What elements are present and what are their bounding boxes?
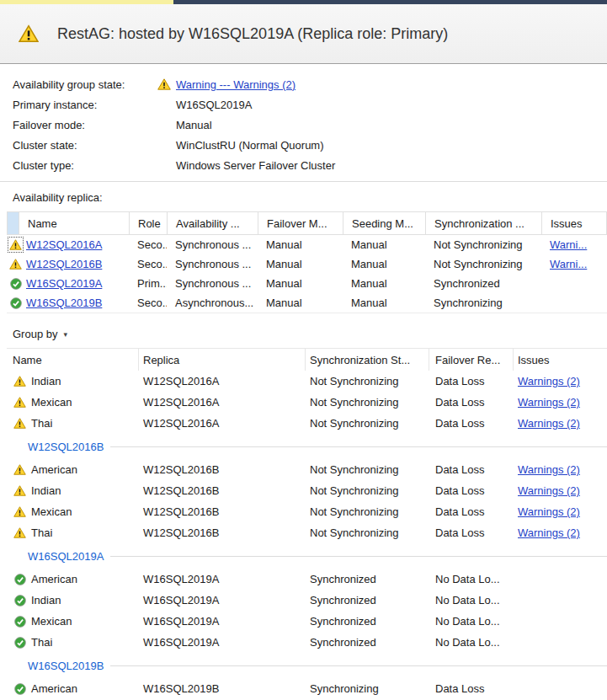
replica-name-cell: W12SQL2016B — [7, 257, 129, 271]
success-icon — [13, 572, 27, 586]
database-name-cell: Indian — [7, 593, 139, 607]
database-row[interactable]: AmericanW12SQL2016BNot SynchronizingData… — [7, 459, 607, 480]
chevron-down-icon: ▾ — [63, 330, 67, 339]
database-replica: W12SQL2016A — [139, 375, 306, 387]
database-row[interactable]: ThaiW16SQL2019ASynchronizedNo Data Lo... — [7, 632, 607, 653]
database-name: Mexican — [31, 615, 72, 628]
replica-failover-mode: Manual — [258, 238, 343, 251]
database-row[interactable]: MexicanW16SQL2019ASynchronizedNo Data Lo… — [7, 611, 607, 632]
database-synchronization-state: Synchronizing — [306, 682, 429, 695]
database-issues-link[interactable]: Warnings (2) — [518, 396, 580, 409]
database-failover-readiness: Data Loss — [429, 505, 514, 518]
database-synchronization-state: Synchronized — [306, 594, 429, 606]
replica-row[interactable]: W16SQL2019BSeco...Asynchronous...ManualM… — [7, 293, 607, 313]
database-synchronization-state: Not Synchronizing — [306, 505, 429, 518]
replica-grid-header: Name Role Availability ... Failover M...… — [7, 211, 607, 235]
replica-name-cell: W16SQL2019A — [7, 276, 129, 291]
column-header-name[interactable]: Name — [7, 349, 139, 371]
database-row[interactable]: AmericanW16SQL2019BSynchronizingData Los… — [7, 678, 607, 699]
database-failover-readiness: Data Loss — [429, 396, 514, 409]
database-replica: W16SQL2019A — [139, 573, 306, 585]
column-header-replica[interactable]: Replica — [139, 349, 306, 371]
warning-icon — [13, 416, 27, 430]
column-header-synchronization-state[interactable]: Synchronization St... — [306, 349, 429, 371]
group-header-label[interactable]: W16SQL2019A — [28, 550, 104, 563]
replica-synchronization-state: Synchronizing — [425, 297, 541, 309]
database-row[interactable]: ThaiW12SQL2016ANot SynchronizingData Los… — [7, 413, 607, 434]
replica-name-link[interactable]: W16SQL2019B — [26, 297, 102, 309]
database-row[interactable]: IndianW12SQL2016BNot SynchronizingData L… — [7, 480, 607, 501]
database-row[interactable]: MexicanW12SQL2016ANot SynchronizingData … — [7, 392, 607, 413]
replica-group-header: W16SQL2019B — [7, 653, 607, 678]
replica-name-link[interactable]: W16SQL2019A — [26, 277, 102, 290]
database-name: Thai — [31, 636, 52, 649]
replica-synchronization-state: Not Synchronizing — [425, 238, 541, 251]
ag-state-warnings-link[interactable]: Warning --- Warnings (2) — [176, 78, 296, 91]
database-name: American — [31, 573, 77, 585]
column-header-role[interactable]: Role — [130, 212, 168, 234]
database-grid: Name Replica Synchronization St... Failo… — [7, 348, 607, 699]
replica-availability-mode: Synchronous ... — [167, 258, 258, 270]
database-name: Indian — [31, 484, 61, 497]
availability-replica-label: Availability replica: — [13, 191, 607, 204]
group-header-label[interactable]: W12SQL2016B — [28, 441, 104, 453]
replica-name-link[interactable]: W12SQL2016A — [26, 238, 102, 251]
database-row[interactable]: IndianW12SQL2016ANot SynchronizingData L… — [7, 371, 607, 392]
warning-icon — [13, 484, 27, 498]
column-header-seeding-mode[interactable]: Seeding M... — [343, 212, 426, 234]
database-name-cell: Thai — [7, 526, 139, 540]
replica-issues-cell: Warni... — [541, 258, 607, 270]
group-by-dropdown[interactable]: Group by ▾ — [13, 328, 67, 340]
column-header-issues[interactable]: Issues — [514, 349, 607, 371]
replica-synchronization-state: Not Synchronizing — [425, 258, 541, 270]
replica-row[interactable]: W16SQL2019APrim...Synchronous ...ManualM… — [7, 274, 607, 293]
column-header-availability-mode[interactable]: Availability ... — [168, 212, 258, 234]
column-header-failover-readiness[interactable]: Failover Re... — [429, 349, 514, 371]
cluster-state-label: Cluster state: — [13, 139, 157, 152]
warning-icon — [8, 238, 23, 252]
database-issues-link[interactable]: Warnings (2) — [518, 463, 580, 476]
cluster-type-value: Windows Server Failover Cluster — [176, 159, 335, 172]
warning-icon — [13, 374, 27, 388]
database-row[interactable]: IndianW16SQL2019ASynchronizedNo Data Lo.… — [7, 590, 607, 611]
database-failover-readiness: No Data Lo... — [429, 615, 514, 628]
row-selector-column-header[interactable] — [8, 212, 19, 234]
database-failover-readiness: Data Loss — [429, 375, 514, 387]
column-header-issues[interactable]: Issues — [542, 212, 607, 234]
database-replica: W12SQL2016B — [139, 505, 306, 518]
database-row[interactable]: AmericanW16SQL2019ASynchronizedNo Data L… — [7, 569, 607, 590]
success-icon — [8, 296, 23, 310]
database-row[interactable]: ThaiW12SQL2016BNot SynchronizingData Los… — [7, 522, 607, 543]
database-row[interactable]: MexicanW12SQL2016BNot SynchronizingData … — [7, 501, 607, 522]
replica-row[interactable]: W12SQL2016ASeco...Synchronous ...ManualM… — [7, 235, 607, 254]
replica-failover-mode: Manual — [258, 258, 343, 270]
database-name: American — [31, 463, 77, 476]
database-replica: W12SQL2016A — [139, 417, 306, 430]
database-name: Thai — [31, 417, 52, 430]
database-issues-link[interactable]: Warnings (2) — [518, 505, 580, 518]
replica-row[interactable]: W12SQL2016BSeco...Synchronous ...ManualM… — [7, 254, 607, 274]
replica-synchronization-state: Synchronized — [425, 277, 541, 290]
replica-name-link[interactable]: W12SQL2016B — [26, 258, 102, 270]
replica-role: Prim... — [129, 277, 167, 290]
column-header-failover-mode[interactable]: Failover M... — [258, 212, 343, 234]
replica-availability-mode: Synchronous ... — [167, 277, 258, 290]
group-header-label[interactable]: W16SQL2019B — [28, 660, 104, 672]
replica-issues-link[interactable]: Warni... — [550, 258, 587, 270]
replica-availability-mode: Asynchronous... — [167, 297, 258, 309]
database-replica: W12SQL2016A — [139, 396, 306, 409]
column-header-name[interactable]: Name — [19, 212, 130, 234]
database-issues-link[interactable]: Warnings (2) — [518, 526, 580, 539]
database-issues-link[interactable]: Warnings (2) — [518, 417, 580, 430]
group-header-rule — [110, 665, 607, 666]
database-name: American — [31, 682, 77, 695]
replica-issues-link[interactable]: Warni... — [550, 238, 587, 251]
database-issues-link[interactable]: Warnings (2) — [518, 484, 580, 497]
database-name: Thai — [31, 526, 52, 539]
success-icon — [8, 276, 23, 291]
database-synchronization-state: Not Synchronizing — [306, 484, 429, 497]
column-header-synchronization-state[interactable]: Synchronization ... — [426, 212, 542, 234]
database-issues-link[interactable]: Warnings (2) — [518, 375, 580, 387]
success-icon — [13, 681, 27, 696]
replica-group-header: W12SQL2016B — [7, 434, 607, 459]
